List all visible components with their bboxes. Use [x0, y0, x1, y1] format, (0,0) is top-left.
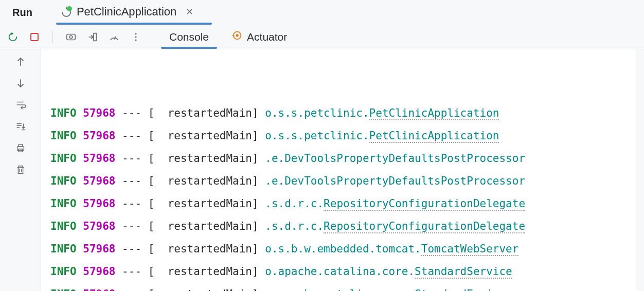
- svg-rect-1: [31, 33, 38, 41]
- log-row: INFO 57968 --- [ restartedMain] .s.d.r.c…: [50, 192, 644, 215]
- log-row: INFO 57968 --- [ restartedMain] o.apache…: [50, 283, 644, 291]
- thread-dump-icon[interactable]: [63, 29, 79, 45]
- tab-actuator[interactable]: Actuator: [220, 25, 298, 49]
- log-row: INFO 57968 --- [ restartedMain] o.s.s.pe…: [50, 102, 644, 124]
- run-tab-name: PetClinicApplication: [77, 5, 176, 19]
- console-output[interactable]: INFO 57968 --- [ restartedMain] o.s.s.pe…: [41, 49, 644, 291]
- toolbar: Console Actuator: [0, 25, 644, 49]
- soft-wrap-icon[interactable]: [12, 97, 29, 113]
- close-icon[interactable]: ✕: [186, 6, 193, 17]
- log-row: INFO 57968 --- [ restartedMain] .e.DevTo…: [50, 147, 644, 170]
- log-row: INFO 57968 --- [ restartedMain] o.apache…: [50, 260, 644, 283]
- panel-title: Run: [12, 7, 32, 19]
- log-row: INFO 57968 --- [ restartedMain] .s.d.r.c…: [50, 215, 644, 238]
- output-tabs: Console Actuator: [158, 25, 298, 49]
- arrow-down-icon[interactable]: [12, 75, 29, 92]
- svg-rect-2: [67, 34, 76, 40]
- run-panel-header: Run PetClinicApplication ✕: [0, 0, 644, 25]
- exit-icon[interactable]: [85, 29, 100, 45]
- rerun-icon: [60, 6, 71, 17]
- svg-point-6: [135, 36, 136, 38]
- profiler-icon[interactable]: [106, 29, 122, 45]
- log-row: INFO 57968 --- [ restartedMain] o.s.s.pe…: [50, 124, 644, 147]
- trash-icon[interactable]: [12, 161, 29, 178]
- arrow-up-icon[interactable]: [12, 53, 29, 70]
- svg-point-3: [69, 35, 73, 39]
- svg-rect-11: [17, 147, 24, 150]
- rerun-button[interactable]: [5, 29, 21, 45]
- svg-point-5: [135, 33, 136, 34]
- main-area: INFO 57968 --- [ restartedMain] o.s.s.pe…: [0, 49, 644, 291]
- actuator-icon: [231, 30, 243, 44]
- more-icon[interactable]: [128, 29, 144, 45]
- svg-point-0: [67, 6, 72, 11]
- svg-point-9: [236, 34, 239, 37]
- print-icon[interactable]: [12, 140, 29, 156]
- tab-console[interactable]: Console: [158, 25, 220, 49]
- svg-point-7: [135, 39, 136, 41]
- log-row: INFO 57968 --- [ restartedMain] .e.DevTo…: [50, 170, 644, 192]
- stop-button[interactable]: [27, 29, 42, 45]
- toolbar-divider: [52, 31, 53, 43]
- console-gutter: [0, 49, 41, 291]
- log-row: INFO 57968 --- [ restartedMain] o.s.b.w.…: [50, 238, 644, 260]
- scroll-to-end-icon[interactable]: [12, 118, 29, 135]
- svg-rect-12: [19, 144, 22, 147]
- run-configuration-tab[interactable]: PetClinicApplication ✕: [60, 5, 193, 20]
- tab-console-label: Console: [169, 31, 209, 43]
- vertical-scrollbar[interactable]: [636, 49, 644, 291]
- tab-actuator-label: Actuator: [247, 31, 287, 43]
